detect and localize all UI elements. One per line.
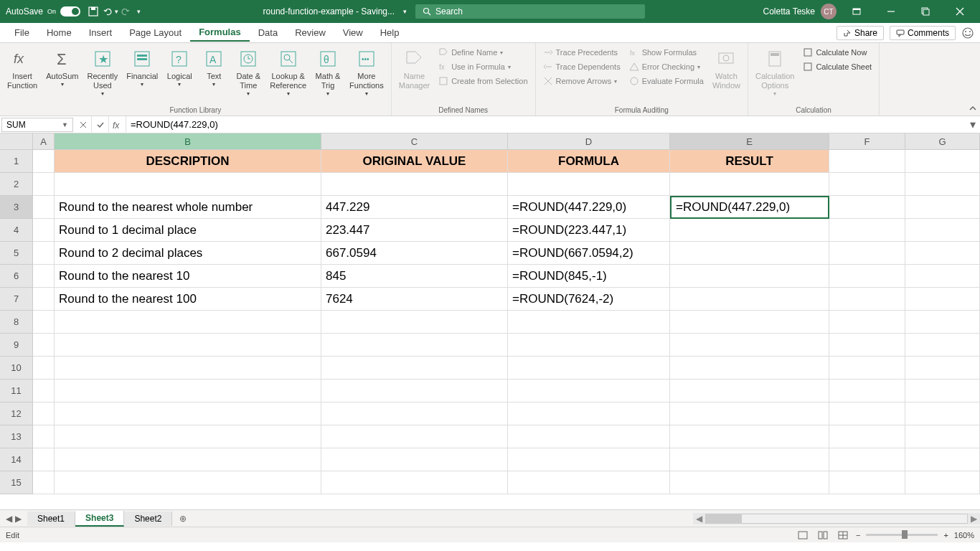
cell[interactable]	[829, 380, 905, 402]
chevron-down-icon[interactable]: ▼	[62, 121, 68, 128]
cell[interactable]	[321, 380, 508, 402]
horizontal-scrollbar[interactable]: ◀▶	[693, 513, 980, 524]
cell[interactable]: =ROUND(447.229,0)	[508, 196, 670, 219]
cell[interactable]	[905, 448, 980, 471]
select-all-corner[interactable]	[0, 133, 33, 149]
cell[interactable]: 667.0594	[321, 242, 508, 265]
cell[interactable]	[829, 471, 905, 494]
cell[interactable]	[670, 425, 829, 448]
zoom-slider[interactable]	[866, 534, 938, 536]
cell[interactable]	[905, 357, 980, 380]
row-header[interactable]: 11	[0, 380, 33, 402]
cell[interactable]	[55, 471, 321, 494]
col-header-A[interactable]: A	[33, 133, 55, 149]
cell[interactable]: Round to 1 decimal place	[55, 219, 321, 242]
sheet-nav[interactable]: ◀▶	[0, 514, 27, 524]
row-header[interactable]: 8	[0, 311, 33, 334]
cell[interactable]	[905, 402, 980, 425]
cell[interactable]	[905, 334, 980, 357]
expand-formula-bar-icon[interactable]: ▾	[966, 118, 980, 131]
cell[interactable]	[905, 380, 980, 402]
calculate-now-button[interactable]: Calculate Now	[800, 46, 875, 59]
sheet-next-icon[interactable]: ▶	[15, 514, 22, 524]
cell[interactable]: 447.229	[321, 196, 508, 219]
cell[interactable]	[829, 357, 905, 380]
cell[interactable]	[905, 288, 980, 311]
cell[interactable]: Round to the nearest whole number	[55, 196, 321, 219]
cell[interactable]	[829, 242, 905, 265]
cell[interactable]	[670, 471, 829, 494]
math-trig-button[interactable]: θMath & Trig▾	[312, 46, 344, 99]
cell[interactable]	[508, 334, 670, 357]
col-header-E[interactable]: E	[670, 133, 829, 149]
cell[interactable]	[321, 357, 508, 380]
cell[interactable]	[670, 288, 829, 311]
row-header[interactable]: 7	[0, 288, 33, 311]
cell[interactable]: 7624	[321, 288, 508, 311]
toggle-switch-icon[interactable]	[60, 6, 80, 17]
cell[interactable]: Round to the nearest 10	[55, 265, 321, 288]
normal-view-icon[interactable]	[796, 529, 810, 541]
cell[interactable]	[670, 448, 829, 471]
cell[interactable]	[508, 448, 670, 471]
cell[interactable]	[33, 357, 55, 380]
cell[interactable]	[670, 242, 829, 265]
cell[interactable]	[829, 196, 905, 219]
formula-input[interactable]	[126, 118, 966, 132]
more-functions-button[interactable]: •••More Functions▾	[347, 46, 387, 99]
cell[interactable]	[33, 242, 55, 265]
text-button[interactable]: AText▾	[198, 46, 230, 99]
cell[interactable]	[55, 402, 321, 425]
row-header[interactable]: 15	[0, 471, 33, 494]
cell[interactable]	[33, 334, 55, 357]
cell[interactable]	[670, 196, 829, 219]
ribbon-display-icon[interactable]	[842, 0, 871, 23]
cell[interactable]	[905, 242, 980, 265]
col-header-B[interactable]: B	[55, 133, 321, 149]
cell[interactable]	[905, 196, 980, 219]
row-header[interactable]: 6	[0, 265, 33, 288]
cell[interactable]	[321, 448, 508, 471]
cell[interactable]	[508, 173, 670, 196]
cell[interactable]	[508, 471, 670, 494]
cell[interactable]	[670, 173, 829, 196]
enter-formula-button[interactable]	[92, 116, 109, 133]
minimize-button[interactable]	[877, 0, 905, 23]
cell[interactable]: =ROUND(667.0594,2)	[508, 242, 670, 265]
cell[interactable]: FORMULA	[508, 150, 670, 173]
cancel-formula-button[interactable]	[75, 116, 92, 133]
sheet-tab-1[interactable]: Sheet1	[27, 512, 75, 526]
row-header[interactable]: 4	[0, 219, 33, 242]
name-box[interactable]: SUM▼	[1, 118, 73, 132]
cell[interactable]	[829, 150, 905, 173]
cell[interactable]	[905, 471, 980, 494]
cell[interactable]	[33, 265, 55, 288]
row-header[interactable]: 12	[0, 402, 33, 425]
cell[interactable]	[33, 196, 55, 219]
cell[interactable]	[670, 219, 829, 242]
cell[interactable]	[829, 334, 905, 357]
cell[interactable]	[829, 219, 905, 242]
tab-formulas[interactable]: Formulas	[190, 24, 250, 42]
row-header[interactable]: 9	[0, 334, 33, 357]
cell[interactable]	[33, 150, 55, 173]
sheet-tab-3[interactable]: Sheet2	[124, 512, 172, 526]
cell[interactable]	[905, 425, 980, 448]
redo-icon[interactable]	[120, 6, 131, 17]
cell[interactable]: 845	[321, 265, 508, 288]
cell[interactable]: ORIGINAL VALUE	[321, 150, 508, 173]
cell[interactable]	[321, 334, 508, 357]
tab-insert[interactable]: Insert	[80, 24, 121, 41]
financial-button[interactable]: Financial▾	[123, 46, 161, 99]
cell[interactable]	[33, 425, 55, 448]
cell[interactable]	[905, 219, 980, 242]
tab-page-layout[interactable]: Page Layout	[121, 24, 190, 41]
cell[interactable]	[670, 357, 829, 380]
cell[interactable]	[829, 448, 905, 471]
insert-function-fx-button[interactable]: fx	[109, 116, 126, 133]
row-header[interactable]: 14	[0, 448, 33, 471]
cell[interactable]	[321, 425, 508, 448]
sheet-prev-icon[interactable]: ◀	[6, 514, 12, 524]
cell[interactable]	[508, 357, 670, 380]
tab-help[interactable]: Help	[372, 24, 408, 41]
